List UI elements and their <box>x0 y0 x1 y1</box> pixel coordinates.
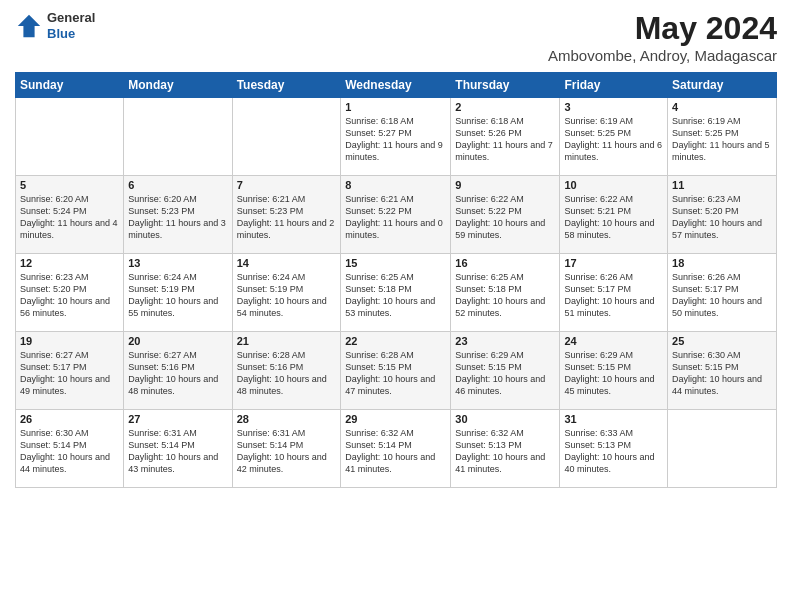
table-row: 5Sunrise: 6:20 AM Sunset: 5:24 PM Daylig… <box>16 176 777 254</box>
day-info: Sunrise: 6:29 AM Sunset: 5:15 PM Dayligh… <box>455 349 555 398</box>
day-info: Sunrise: 6:25 AM Sunset: 5:18 PM Dayligh… <box>455 271 555 320</box>
col-thursday: Thursday <box>451 73 560 98</box>
day-number: 19 <box>20 335 119 347</box>
list-item: 6Sunrise: 6:20 AM Sunset: 5:23 PM Daylig… <box>124 176 232 254</box>
list-item: 20Sunrise: 6:27 AM Sunset: 5:16 PM Dayli… <box>124 332 232 410</box>
list-item: 8Sunrise: 6:21 AM Sunset: 5:22 PM Daylig… <box>341 176 451 254</box>
header-row: Sunday Monday Tuesday Wednesday Thursday… <box>16 73 777 98</box>
day-number: 16 <box>455 257 555 269</box>
day-info: Sunrise: 6:18 AM Sunset: 5:27 PM Dayligh… <box>345 115 446 164</box>
day-number: 1 <box>345 101 446 113</box>
day-number: 24 <box>564 335 663 347</box>
day-info: Sunrise: 6:23 AM Sunset: 5:20 PM Dayligh… <box>672 193 772 242</box>
day-info: Sunrise: 6:26 AM Sunset: 5:17 PM Dayligh… <box>564 271 663 320</box>
day-number: 12 <box>20 257 119 269</box>
logo-blue: Blue <box>47 26 95 42</box>
list-item <box>668 410 777 488</box>
day-info: Sunrise: 6:23 AM Sunset: 5:20 PM Dayligh… <box>20 271 119 320</box>
day-info: Sunrise: 6:31 AM Sunset: 5:14 PM Dayligh… <box>237 427 337 476</box>
col-wednesday: Wednesday <box>341 73 451 98</box>
list-item: 22Sunrise: 6:28 AM Sunset: 5:15 PM Dayli… <box>341 332 451 410</box>
list-item <box>232 98 341 176</box>
calendar: Sunday Monday Tuesday Wednesday Thursday… <box>15 72 777 488</box>
day-info: Sunrise: 6:28 AM Sunset: 5:16 PM Dayligh… <box>237 349 337 398</box>
list-item: 13Sunrise: 6:24 AM Sunset: 5:19 PM Dayli… <box>124 254 232 332</box>
day-number: 13 <box>128 257 227 269</box>
day-info: Sunrise: 6:20 AM Sunset: 5:23 PM Dayligh… <box>128 193 227 242</box>
list-item: 3Sunrise: 6:19 AM Sunset: 5:25 PM Daylig… <box>560 98 668 176</box>
day-info: Sunrise: 6:27 AM Sunset: 5:17 PM Dayligh… <box>20 349 119 398</box>
day-info: Sunrise: 6:18 AM Sunset: 5:26 PM Dayligh… <box>455 115 555 164</box>
day-number: 14 <box>237 257 337 269</box>
list-item: 24Sunrise: 6:29 AM Sunset: 5:15 PM Dayli… <box>560 332 668 410</box>
col-monday: Monday <box>124 73 232 98</box>
day-number: 5 <box>20 179 119 191</box>
list-item <box>16 98 124 176</box>
col-saturday: Saturday <box>668 73 777 98</box>
day-info: Sunrise: 6:21 AM Sunset: 5:23 PM Dayligh… <box>237 193 337 242</box>
list-item: 30Sunrise: 6:32 AM Sunset: 5:13 PM Dayli… <box>451 410 560 488</box>
location: Ambovombe, Androy, Madagascar <box>548 47 777 64</box>
day-number: 9 <box>455 179 555 191</box>
day-info: Sunrise: 6:24 AM Sunset: 5:19 PM Dayligh… <box>128 271 227 320</box>
day-info: Sunrise: 6:19 AM Sunset: 5:25 PM Dayligh… <box>672 115 772 164</box>
list-item: 19Sunrise: 6:27 AM Sunset: 5:17 PM Dayli… <box>16 332 124 410</box>
list-item: 26Sunrise: 6:30 AM Sunset: 5:14 PM Dayli… <box>16 410 124 488</box>
list-item: 1Sunrise: 6:18 AM Sunset: 5:27 PM Daylig… <box>341 98 451 176</box>
day-info: Sunrise: 6:32 AM Sunset: 5:13 PM Dayligh… <box>455 427 555 476</box>
day-number: 23 <box>455 335 555 347</box>
svg-marker-0 <box>18 14 40 36</box>
day-number: 7 <box>237 179 337 191</box>
list-item: 21Sunrise: 6:28 AM Sunset: 5:16 PM Dayli… <box>232 332 341 410</box>
list-item: 5Sunrise: 6:20 AM Sunset: 5:24 PM Daylig… <box>16 176 124 254</box>
list-item: 16Sunrise: 6:25 AM Sunset: 5:18 PM Dayli… <box>451 254 560 332</box>
day-number: 2 <box>455 101 555 113</box>
day-info: Sunrise: 6:25 AM Sunset: 5:18 PM Dayligh… <box>345 271 446 320</box>
day-info: Sunrise: 6:30 AM Sunset: 5:14 PM Dayligh… <box>20 427 119 476</box>
logo-text: General Blue <box>47 10 95 41</box>
logo: General Blue <box>15 10 95 41</box>
day-info: Sunrise: 6:21 AM Sunset: 5:22 PM Dayligh… <box>345 193 446 242</box>
day-number: 17 <box>564 257 663 269</box>
day-info: Sunrise: 6:30 AM Sunset: 5:15 PM Dayligh… <box>672 349 772 398</box>
list-item: 12Sunrise: 6:23 AM Sunset: 5:20 PM Dayli… <box>16 254 124 332</box>
table-row: 1Sunrise: 6:18 AM Sunset: 5:27 PM Daylig… <box>16 98 777 176</box>
day-info: Sunrise: 6:24 AM Sunset: 5:19 PM Dayligh… <box>237 271 337 320</box>
logo-icon <box>15 12 43 40</box>
day-number: 22 <box>345 335 446 347</box>
list-item: 17Sunrise: 6:26 AM Sunset: 5:17 PM Dayli… <box>560 254 668 332</box>
day-number: 25 <box>672 335 772 347</box>
list-item: 15Sunrise: 6:25 AM Sunset: 5:18 PM Dayli… <box>341 254 451 332</box>
list-item <box>124 98 232 176</box>
day-info: Sunrise: 6:32 AM Sunset: 5:14 PM Dayligh… <box>345 427 446 476</box>
day-number: 11 <box>672 179 772 191</box>
table-row: 26Sunrise: 6:30 AM Sunset: 5:14 PM Dayli… <box>16 410 777 488</box>
list-item: 10Sunrise: 6:22 AM Sunset: 5:21 PM Dayli… <box>560 176 668 254</box>
col-sunday: Sunday <box>16 73 124 98</box>
day-info: Sunrise: 6:33 AM Sunset: 5:13 PM Dayligh… <box>564 427 663 476</box>
list-item: 29Sunrise: 6:32 AM Sunset: 5:14 PM Dayli… <box>341 410 451 488</box>
day-number: 21 <box>237 335 337 347</box>
day-info: Sunrise: 6:28 AM Sunset: 5:15 PM Dayligh… <box>345 349 446 398</box>
list-item: 28Sunrise: 6:31 AM Sunset: 5:14 PM Dayli… <box>232 410 341 488</box>
day-number: 15 <box>345 257 446 269</box>
list-item: 4Sunrise: 6:19 AM Sunset: 5:25 PM Daylig… <box>668 98 777 176</box>
day-number: 4 <box>672 101 772 113</box>
list-item: 7Sunrise: 6:21 AM Sunset: 5:23 PM Daylig… <box>232 176 341 254</box>
col-friday: Friday <box>560 73 668 98</box>
list-item: 31Sunrise: 6:33 AM Sunset: 5:13 PM Dayli… <box>560 410 668 488</box>
day-number: 6 <box>128 179 227 191</box>
day-number: 26 <box>20 413 119 425</box>
day-number: 18 <box>672 257 772 269</box>
day-number: 20 <box>128 335 227 347</box>
day-info: Sunrise: 6:20 AM Sunset: 5:24 PM Dayligh… <box>20 193 119 242</box>
day-info: Sunrise: 6:27 AM Sunset: 5:16 PM Dayligh… <box>128 349 227 398</box>
day-number: 28 <box>237 413 337 425</box>
title-block: May 2024 Ambovombe, Androy, Madagascar <box>548 10 777 64</box>
list-item: 9Sunrise: 6:22 AM Sunset: 5:22 PM Daylig… <box>451 176 560 254</box>
day-number: 30 <box>455 413 555 425</box>
list-item: 23Sunrise: 6:29 AM Sunset: 5:15 PM Dayli… <box>451 332 560 410</box>
page: General Blue May 2024 Ambovombe, Androy,… <box>0 0 792 612</box>
day-number: 8 <box>345 179 446 191</box>
day-info: Sunrise: 6:22 AM Sunset: 5:21 PM Dayligh… <box>564 193 663 242</box>
